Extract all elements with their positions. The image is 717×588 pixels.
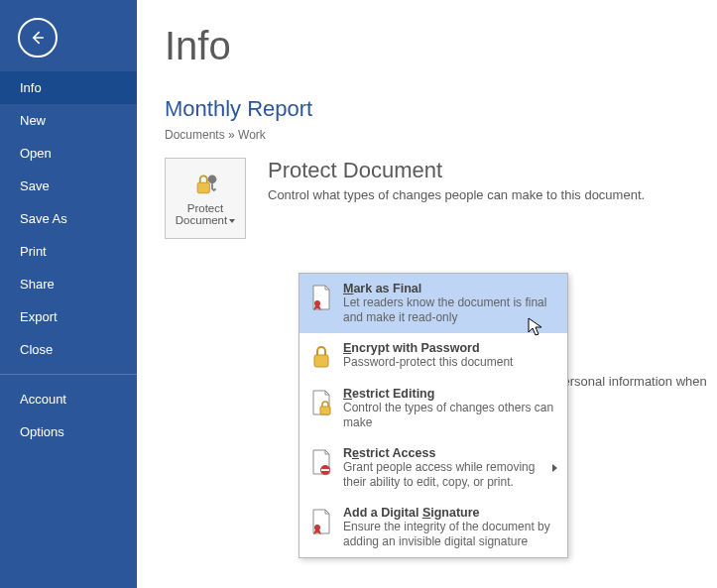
sidebar-item-export[interactable]: Export <box>0 300 137 333</box>
protect-document-button-label: Protect Document <box>166 202 245 226</box>
svg-rect-4 <box>320 407 330 414</box>
menu-item-mark-as-final[interactable]: Mark as Final Let readers know the docum… <box>299 274 567 333</box>
menu-item-desc: Grant people access while removing their… <box>343 460 551 490</box>
document-lock-icon <box>309 389 333 416</box>
menu-item-encrypt-password[interactable]: Encrypt with Password Password-protect t… <box>299 333 567 379</box>
menu-item-label: Encrypt with Password <box>343 341 557 355</box>
svg-rect-6 <box>321 469 329 471</box>
menu-item-label: Restrict Editing <box>343 387 557 401</box>
svg-rect-3 <box>314 355 328 367</box>
sidebar-items: Info New Open Save Save As Print Share E… <box>0 71 137 448</box>
menu-item-restrict-access[interactable]: Restrict Access Grant people access whil… <box>299 438 567 498</box>
backstage-root: Info New Open Save Save As Print Share E… <box>0 0 717 588</box>
sidebar-item-info[interactable]: Info <box>0 71 137 104</box>
menu-item-label: Mark as Final <box>343 282 557 295</box>
svg-point-1 <box>208 175 217 183</box>
chevron-right-icon <box>551 446 557 490</box>
protect-document-button[interactable]: Protect Document <box>165 158 246 239</box>
sidebar-item-open[interactable]: Open <box>0 137 137 170</box>
lock-icon <box>309 343 333 371</box>
menu-item-restrict-editing[interactable]: Restrict Editing Control the types of ch… <box>299 379 567 438</box>
menu-item-desc: Control the types of changes others can … <box>343 401 557 430</box>
content-area: Info Monthly Report Documents » Work Pro… <box>137 0 717 588</box>
protect-card: Protect Document Protect Document Contro… <box>165 158 717 239</box>
sidebar-item-new[interactable]: New <box>0 104 137 137</box>
protect-card-desc: Control what types of changes people can… <box>268 187 645 202</box>
sidebar-item-options[interactable]: Options <box>0 415 137 448</box>
document-path: Documents » Work <box>165 128 717 142</box>
menu-item-desc: Let readers know the document is final a… <box>343 295 557 325</box>
protect-card-title: Protect Document <box>268 158 645 183</box>
back-button[interactable] <box>18 18 58 58</box>
menu-item-label: Add a Digital Signature <box>343 506 557 520</box>
protect-document-menu: Mark as Final Let readers know the docum… <box>299 273 568 558</box>
menu-item-label: Restrict Access <box>343 446 551 460</box>
sidebar-item-share[interactable]: Share <box>0 268 137 300</box>
menu-item-desc: Ensure the integrity of the document by … <box>343 520 557 549</box>
document-restrict-icon <box>309 448 333 476</box>
back-arrow-icon <box>28 28 48 48</box>
menu-item-digital-signature[interactable]: Add a Digital Signature Ensure the integ… <box>299 498 567 557</box>
sidebar-item-print[interactable]: Print <box>0 235 137 268</box>
document-signature-icon <box>309 508 333 535</box>
sidebar-divider <box>0 374 137 375</box>
sidebar-item-save[interactable]: Save <box>0 170 137 202</box>
lock-key-icon <box>191 171 219 198</box>
document-ribbon-icon <box>309 284 333 311</box>
menu-item-desc: Password-protect this document <box>343 355 557 370</box>
sidebar-item-save-as[interactable]: Save As <box>0 202 137 235</box>
sidebar-item-account[interactable]: Account <box>0 383 137 415</box>
page-title: Info <box>165 24 717 68</box>
svg-rect-0 <box>197 182 209 193</box>
document-title: Monthly Report <box>165 96 717 122</box>
sidebar-item-close[interactable]: Close <box>0 333 137 366</box>
chevron-down-icon <box>229 219 235 223</box>
backstage-sidebar: Info New Open Save Save As Print Share E… <box>0 0 137 588</box>
